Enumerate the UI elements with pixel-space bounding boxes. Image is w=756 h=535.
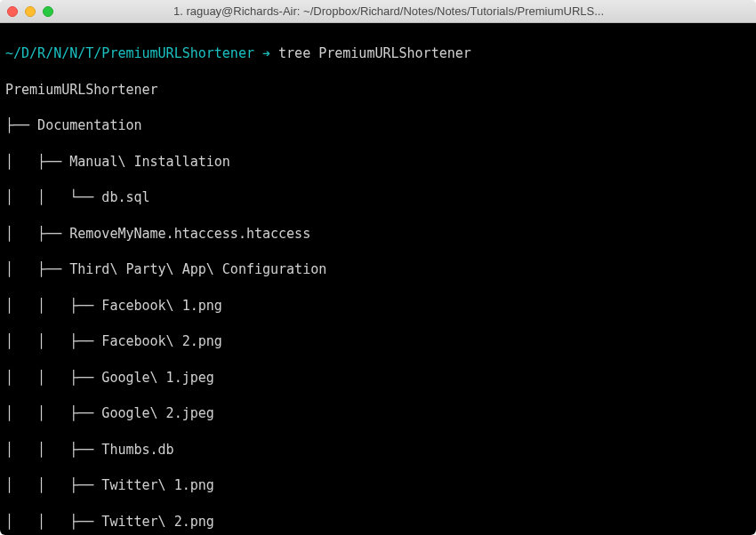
terminal-window: 1. raguay@Richards-Air: ~/Dropbox/Richar… — [0, 0, 756, 535]
close-icon[interactable] — [7, 6, 18, 17]
tree-line: PremiumURLShortener — [5, 81, 751, 99]
prompt-path: ~/D/R/N/N/T/PremiumURLShortener — [5, 45, 254, 61]
tree-line: │ ├── Manual\ Installation — [5, 153, 751, 171]
tree-line: │ ├── RemoveMyName.htaccess.htaccess — [5, 225, 751, 243]
watermark-text: wsxdn.com — [702, 510, 751, 521]
window-title: 1. raguay@Richards-Air: ~/Dropbox/Richar… — [64, 4, 713, 18]
command-text: tree PremiumURLShortener — [278, 45, 471, 61]
titlebar: 1. raguay@Richards-Air: ~/Dropbox/Richar… — [0, 0, 756, 23]
prompt-arrow-icon: ➔ — [262, 45, 270, 61]
traffic-lights — [7, 6, 53, 17]
tree-line: │ │ ├── Google\ 1.jpeg — [5, 369, 751, 387]
tree-line: │ │ ├── Facebook\ 2.png — [5, 332, 751, 350]
terminal-body[interactable]: ~/D/R/N/N/T/PremiumURLShortener ➔ tree P… — [0, 23, 756, 535]
tree-line: │ │ └── db.sql — [5, 188, 751, 206]
tree-line: ├── Documentation — [5, 116, 751, 134]
tree-line: │ │ ├── Facebook\ 1.png — [5, 297, 751, 315]
tree-line: │ │ ├── Twitter\ 2.png — [5, 513, 751, 531]
tree-line: │ │ ├── Twitter\ 1.png — [5, 476, 751, 494]
minimize-icon[interactable] — [25, 6, 36, 17]
tree-line: │ │ ├── Thumbs.db — [5, 441, 751, 459]
tree-line: │ │ ├── Google\ 2.jpeg — [5, 404, 751, 422]
tree-line: │ ├── Third\ Party\ App\ Configuration — [5, 260, 751, 278]
maximize-icon[interactable] — [43, 6, 53, 17]
